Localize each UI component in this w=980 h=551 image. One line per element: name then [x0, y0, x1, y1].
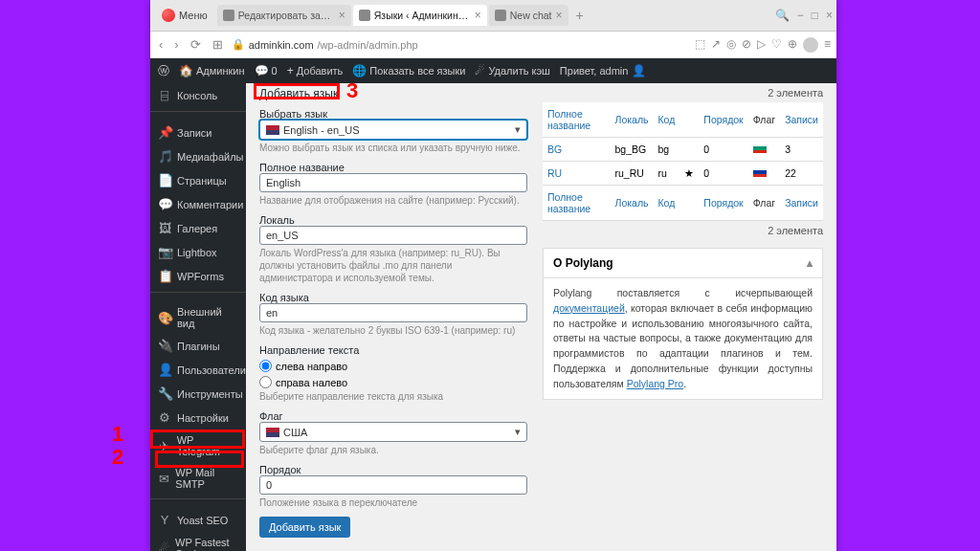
- us-flag-icon: [266, 428, 279, 437]
- order-label: Порядок: [259, 464, 527, 475]
- heart-icon[interactable]: ♡: [771, 37, 782, 53]
- sidebar-item-lightbox[interactable]: 📷Lightbox: [150, 240, 246, 264]
- close-icon[interactable]: ×: [339, 9, 345, 22]
- select-desc: Можно выбрать язык из списка или указать…: [259, 142, 527, 154]
- hub-icon[interactable]: ⊞: [210, 37, 226, 52]
- sidebar-item-media[interactable]: 🎵Медиафайлы: [150, 144, 246, 168]
- lang-link[interactable]: BG: [547, 143, 562, 155]
- ext-icon[interactable]: ◎: [726, 37, 736, 53]
- sidebar-item-yoast[interactable]: YYoast SEO: [150, 508, 246, 532]
- annotation-2: 2: [112, 445, 123, 470]
- about-title[interactable]: О Polylang▴: [544, 249, 822, 278]
- locale-input[interactable]: [259, 226, 527, 245]
- reload-icon[interactable]: ⟳: [188, 37, 204, 52]
- menu-icon[interactable]: ≡: [824, 37, 831, 53]
- language-select[interactable]: English - en_US▾: [259, 120, 527, 140]
- sidebar-item-pages[interactable]: 📄Страницы: [150, 168, 246, 192]
- col-order[interactable]: Порядок: [699, 102, 747, 138]
- ext-icon[interactable]: ▷: [757, 37, 766, 53]
- ext-icon[interactable]: ⊘: [742, 37, 751, 53]
- dir-ltr[interactable]: слева направо: [259, 360, 527, 372]
- opera-icon: [162, 9, 175, 22]
- table-row: BG bg_BG bg 0 3: [543, 138, 823, 162]
- sidebar-item-gallery[interactable]: 🖼Галерея: [150, 216, 246, 240]
- flag-label: Флаг: [259, 410, 527, 422]
- tab-bar: Меню Редактировать запись "Ка…× Языки ‹ …: [150, 0, 836, 32]
- code-input[interactable]: [259, 303, 527, 322]
- address-bar: ‹ › ⟳ ⊞ 🔒adminkin.com/wp-admin/admin.php…: [150, 32, 836, 58]
- browser-menu[interactable]: Меню: [154, 9, 215, 22]
- flag-select[interactable]: США▾: [259, 422, 527, 442]
- ext-icon[interactable]: ⊕: [788, 37, 797, 53]
- ext-icon[interactable]: ⬚: [695, 37, 705, 53]
- lock-icon: 🔒: [232, 38, 245, 51]
- close-icon[interactable]: ×: [475, 9, 481, 22]
- lang-link[interactable]: RU: [547, 167, 562, 179]
- site-link[interactable]: 🏠Админкин: [179, 64, 245, 77]
- col-posts[interactable]: Записи: [780, 102, 823, 138]
- new-tab-button[interactable]: +: [570, 8, 590, 23]
- form-title: Добавить язык: [259, 87, 527, 100]
- avatar-icon[interactable]: [803, 37, 818, 53]
- show-langs[interactable]: 🌐Показать все языки: [352, 64, 465, 77]
- tab-1[interactable]: Редактировать запись "Ка…×: [217, 5, 351, 26]
- back-icon[interactable]: ‹: [156, 37, 166, 52]
- sidebar-item-plugins[interactable]: 🔌Плагины: [150, 334, 246, 358]
- col-name[interactable]: Полное название: [543, 102, 610, 138]
- table-row: RU ru_RU ru ★ 0 22: [543, 162, 823, 186]
- locale-label: Локаль: [259, 214, 527, 226]
- item-count: 2 элемента: [543, 87, 823, 99]
- col-locale[interactable]: Локаль: [610, 102, 653, 138]
- tab-2[interactable]: Языки ‹ Админкин — Wo…×: [353, 5, 487, 26]
- new-content[interactable]: +Добавить: [287, 64, 344, 77]
- close-window-icon[interactable]: ×: [826, 9, 833, 22]
- sidebar-item-appearance[interactable]: 🎨Внешний вид: [150, 301, 246, 334]
- comments-link[interactable]: 💬0: [255, 64, 278, 77]
- pro-link[interactable]: Polylang Pro: [627, 378, 684, 389]
- sidebar-item-mail[interactable]: ✉WP Mail SMTP: [150, 462, 246, 495]
- ru-flag-icon: [753, 167, 767, 177]
- add-language-form: Добавить язык Выбрать язык English - en_…: [259, 83, 527, 538]
- ext-icon[interactable]: ↗: [711, 37, 721, 53]
- sidebar-item-wpforms[interactable]: 📋WPForms: [150, 264, 246, 288]
- col-flag: Флаг: [748, 102, 780, 138]
- bg-flag-icon: [753, 143, 767, 153]
- toggle-icon[interactable]: ▴: [807, 256, 813, 270]
- close-icon[interactable]: ×: [556, 9, 563, 22]
- chevron-down-icon: ▾: [515, 426, 521, 438]
- dir-rtl[interactable]: справа налево: [259, 376, 527, 388]
- favicon: [359, 10, 370, 21]
- sidebar-item-settings[interactable]: ⚙Настройки: [150, 406, 246, 430]
- wp-logo[interactable]: ⓦ: [158, 63, 169, 79]
- url-field[interactable]: 🔒adminkin.com/wp-admin/admin.php: [232, 38, 689, 51]
- sidebar-item-tools[interactable]: 🔧Инструменты: [150, 382, 246, 406]
- name-input[interactable]: [259, 173, 527, 192]
- sidebar-item-dashboard[interactable]: ⌸Консоль: [150, 83, 246, 107]
- sidebar-item-telegram[interactable]: ✈WP Telegram: [150, 430, 246, 462]
- select-label: Выбрать язык: [259, 108, 527, 120]
- favicon: [223, 10, 234, 21]
- chevron-down-icon: ▾: [515, 123, 521, 136]
- admin-sidebar: ⌸Консоль 📌Записи 🎵Медиафайлы 📄Страницы 💬…: [150, 83, 246, 551]
- tab-3[interactable]: New chat×: [489, 5, 568, 26]
- sidebar-item-users[interactable]: 👤Пользователи: [150, 358, 246, 382]
- order-input[interactable]: [259, 475, 527, 495]
- sidebar-item-comments[interactable]: 💬Комментарии: [150, 192, 246, 216]
- sidebar-item-posts[interactable]: 📌Записи: [150, 121, 246, 144]
- col-code[interactable]: Код: [653, 102, 679, 138]
- dir-label: Направление текста: [259, 344, 527, 356]
- forward-icon[interactable]: ›: [171, 37, 181, 52]
- howdy[interactable]: Привет, admin👤: [560, 64, 829, 77]
- docs-link[interactable]: документацией: [553, 302, 625, 314]
- maximize-icon[interactable]: □: [812, 9, 818, 22]
- main-content: Добавить язык Выбрать язык English - en_…: [246, 83, 836, 551]
- search-icon[interactable]: 🔍: [775, 9, 790, 22]
- wp-admin-bar: ⓦ 🏠Админкин 💬0 +Добавить 🌐Показать все я…: [150, 58, 836, 83]
- browser-window: Меню Редактировать запись "Ка…× Языки ‹ …: [150, 0, 836, 551]
- add-language-button[interactable]: Добавить язык: [259, 517, 350, 538]
- code-label: Код языка: [259, 292, 527, 303]
- sidebar-item-fastest-cache[interactable]: ☄WP Fastest Cache: [150, 532, 246, 551]
- flush-cache[interactable]: ☄Удалить кэш: [475, 64, 549, 77]
- minimize-icon[interactable]: −: [797, 9, 804, 22]
- us-flag-icon: [266, 125, 279, 135]
